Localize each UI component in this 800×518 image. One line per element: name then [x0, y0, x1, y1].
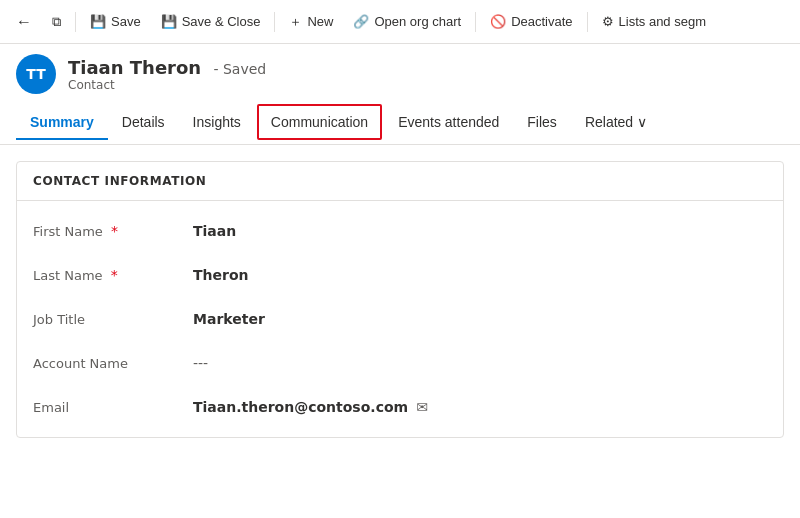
tab-files-label: Files [527, 114, 557, 130]
toolbar-divider-2 [274, 12, 275, 32]
account-name-label: Account Name [33, 356, 193, 371]
email-value: Tiaan.theron@contoso.com ✉ [193, 399, 767, 415]
email-label: Email [33, 400, 193, 415]
tab-events-attended[interactable]: Events attended [384, 104, 513, 140]
tab-communication[interactable]: Communication [257, 104, 382, 140]
lists-icon: ⚙ [602, 14, 614, 29]
entity-title: Tiaan Theron - Saved Contact [68, 57, 266, 92]
entity-header: TT Tiaan Theron - Saved Contact [0, 44, 800, 94]
org-chart-icon: 🔗 [353, 14, 369, 29]
tab-events-attended-label: Events attended [398, 114, 499, 130]
field-job-title: Job Title Marketer [17, 297, 783, 341]
tabs-bar: Summary Details Insights Communication E… [0, 100, 800, 145]
new-icon: ＋ [289, 13, 302, 31]
tab-files[interactable]: Files [513, 104, 571, 140]
tab-related[interactable]: Related ∨ [571, 104, 661, 140]
new-label: New [307, 14, 333, 29]
back-icon: ← [16, 13, 32, 31]
saved-label: - Saved [213, 61, 266, 77]
save-close-button[interactable]: 💾 Save & Close [153, 10, 269, 33]
section-title: CONTACT INFORMATION [17, 162, 783, 201]
tab-details-label: Details [122, 114, 165, 130]
toolbar-divider-4 [587, 12, 588, 32]
field-email: Email Tiaan.theron@contoso.com ✉ [17, 385, 783, 429]
account-name-value: --- [193, 355, 767, 371]
save-button[interactable]: 💾 Save [82, 10, 149, 33]
window-icon: ⧉ [52, 14, 61, 30]
field-last-name: Last Name * Theron [17, 253, 783, 297]
tab-summary-label: Summary [30, 114, 94, 130]
tab-insights[interactable]: Insights [179, 104, 255, 140]
last-name-required: * [111, 267, 118, 283]
lists-button[interactable]: ⚙ Lists and segm [594, 10, 714, 33]
first-name-value: Tiaan [193, 223, 767, 239]
toolbar-divider-1 [75, 12, 76, 32]
deactivate-label: Deactivate [511, 14, 572, 29]
tab-communication-label: Communication [271, 114, 368, 130]
last-name-value: Theron [193, 267, 767, 283]
tab-summary[interactable]: Summary [16, 104, 108, 140]
chevron-down-icon: ∨ [637, 114, 647, 130]
tab-insights-label: Insights [193, 114, 241, 130]
form-grid: First Name * Tiaan Last Name * Theron Jo… [17, 201, 783, 437]
job-title-value: Marketer [193, 311, 767, 327]
first-name-required: * [111, 223, 118, 239]
main-content: CONTACT INFORMATION First Name * Tiaan L… [0, 145, 800, 511]
save-close-label: Save & Close [182, 14, 261, 29]
deactivate-icon: 🚫 [490, 14, 506, 29]
lists-label: Lists and segm [619, 14, 706, 29]
toolbar: ← ⧉ 💾 Save 💾 Save & Close ＋ New 🔗 Open o… [0, 0, 800, 44]
tab-related-label: Related [585, 114, 633, 130]
contact-information-section: CONTACT INFORMATION First Name * Tiaan L… [16, 161, 784, 438]
job-title-label: Job Title [33, 312, 193, 327]
field-first-name: First Name * Tiaan [17, 209, 783, 253]
save-icon: 💾 [90, 14, 106, 29]
avatar-initials: TT [26, 66, 45, 82]
tab-details[interactable]: Details [108, 104, 179, 140]
toolbar-divider-3 [475, 12, 476, 32]
email-text: Tiaan.theron@contoso.com [193, 399, 408, 415]
field-account-name: Account Name --- [17, 341, 783, 385]
contact-name: Tiaan Theron [68, 57, 201, 78]
back-button[interactable]: ← [8, 9, 40, 35]
email-row: Tiaan.theron@contoso.com ✉ [193, 399, 767, 415]
entity-type: Contact [68, 78, 266, 92]
save-close-icon: 💾 [161, 14, 177, 29]
new-button[interactable]: ＋ New [281, 9, 341, 35]
tab-related-inner: Related ∨ [585, 114, 647, 130]
avatar: TT [16, 54, 56, 94]
window-icon-button[interactable]: ⧉ [44, 10, 69, 34]
open-org-chart-label: Open org chart [374, 14, 461, 29]
open-org-chart-button[interactable]: 🔗 Open org chart [345, 10, 469, 33]
first-name-label: First Name * [33, 223, 193, 239]
deactivate-button[interactable]: 🚫 Deactivate [482, 10, 580, 33]
send-email-icon[interactable]: ✉ [416, 399, 428, 415]
last-name-label: Last Name * [33, 267, 193, 283]
entity-name: Tiaan Theron - Saved [68, 57, 266, 78]
save-label: Save [111, 14, 141, 29]
